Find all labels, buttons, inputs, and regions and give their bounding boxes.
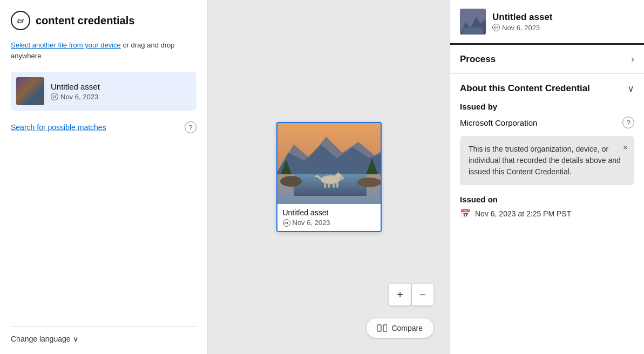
image-preview (277, 123, 382, 204)
asset-name: Untitled asset (51, 82, 100, 91)
about-section: About this Content Credential ∨ Issued b… (450, 74, 644, 227)
svg-rect-21 (383, 325, 387, 331)
change-language-button[interactable]: Change language ∨ (11, 335, 196, 343)
about-title: About this Content Credential (460, 83, 590, 94)
issued-on-date: Nov 6, 2023 at 2:25 PM PST (475, 209, 571, 218)
process-chevron: › (631, 53, 634, 65)
issued-on-label: Issued on (460, 195, 634, 204)
svg-point-10 (339, 176, 344, 180)
cr-badge-icon: cr (51, 93, 58, 100)
sidebar-header: cr content credentials (11, 11, 196, 30)
card-cr-icon: cr (283, 219, 290, 227)
process-label: Process (460, 54, 496, 65)
calendar-icon: 📅 (460, 208, 471, 219)
compare-icon (377, 324, 387, 332)
issuer-name: Microsoft Corporation (460, 118, 537, 127)
zoom-controls: + − (389, 284, 433, 305)
process-section[interactable]: Process › (450, 45, 644, 74)
sidebar-footer: Change language ∨ (11, 326, 196, 343)
issuer-help-icon[interactable]: ? (622, 117, 634, 128)
zoom-in-button[interactable]: + (389, 284, 411, 305)
search-row: Search for possible matches ? (11, 121, 196, 133)
right-panel: Untitled asset cr Nov 6, 2023 Process › … (450, 0, 644, 354)
issuer-tooltip: This is the trusted organization, device… (460, 136, 634, 185)
image-card-info: Untitled asset cr Nov 6, 2023 (277, 204, 381, 231)
image-card: Untitled asset cr Nov 6, 2023 (276, 122, 382, 232)
svg-point-6 (280, 176, 302, 187)
asset-date: cr Nov 6, 2023 (51, 93, 100, 101)
svg-rect-24 (463, 28, 483, 35)
rp-asset-info: Untitled asset cr Nov 6, 2023 (492, 12, 552, 32)
cr-logo: cr (11, 11, 30, 30)
rp-header: Untitled asset cr Nov 6, 2023 (450, 0, 644, 45)
sidebar-title: content credentials (36, 15, 134, 27)
asset-list-item[interactable]: Untitled asset cr Nov 6, 2023 (11, 72, 196, 111)
asset-thumbnail (16, 77, 44, 105)
svg-point-7 (357, 178, 381, 187)
asset-thumb-image (16, 77, 44, 105)
zoom-out-button[interactable]: − (412, 284, 433, 305)
rp-cr-icon: cr (492, 24, 500, 31)
sidebar-subtitle: Select another file from your device or … (11, 40, 196, 61)
issued-on-date-row: 📅 Nov 6, 2023 at 2:25 PM PST (460, 208, 634, 219)
rp-asset-thumbnail (460, 9, 486, 35)
card-asset-name: Untitled asset (283, 208, 375, 217)
card-asset-date: cr Nov 6, 2023 (283, 219, 375, 227)
search-matches-link[interactable]: Search for possible matches (11, 123, 106, 132)
issued-by-label: Issued by (460, 102, 634, 111)
about-chevron[interactable]: ∨ (627, 83, 634, 94)
rp-asset-name: Untitled asset (492, 12, 552, 23)
select-file-link[interactable]: Select another file from your device (11, 41, 121, 49)
svg-rect-13 (328, 182, 330, 188)
svg-rect-15 (336, 182, 338, 188)
svg-rect-12 (324, 182, 326, 188)
main-canvas: Untitled asset cr Nov 6, 2023 + − Compar… (208, 0, 450, 354)
tooltip-close-button[interactable]: × (623, 141, 628, 154)
compare-button[interactable]: Compare (367, 318, 433, 338)
issuer-row: Microsoft Corporation ? (460, 117, 634, 128)
mountain-svg (277, 123, 382, 204)
search-help-icon[interactable]: ? (185, 121, 196, 133)
rp-thumb-svg (460, 9, 486, 35)
about-header: About this Content Credential ∨ (460, 83, 634, 94)
sidebar: cr content credentials Select another fi… (0, 0, 208, 354)
svg-rect-14 (333, 182, 335, 188)
asset-info: Untitled asset cr Nov 6, 2023 (51, 82, 100, 101)
svg-rect-20 (377, 325, 381, 331)
rp-asset-date: cr Nov 6, 2023 (492, 24, 552, 32)
